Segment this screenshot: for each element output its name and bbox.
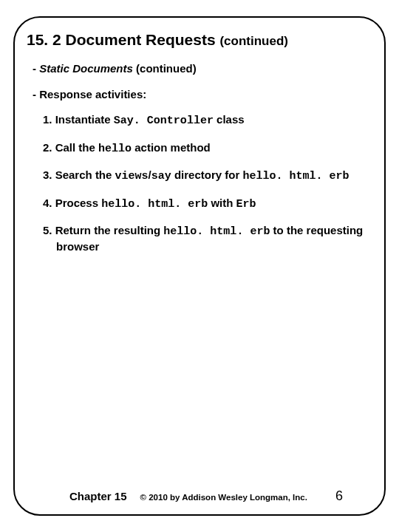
item-code: say	[151, 170, 171, 183]
item-code: hello. html. erb	[101, 198, 208, 211]
activity-list: 1. Instantiate Say. Controller class 2. …	[43, 112, 372, 265]
item-text: 4. Process	[43, 197, 101, 209]
footer-copyright: © 2010 by Addison Wesley Longman, Inc.	[140, 493, 307, 502]
item-code: hello. html. erb	[242, 170, 349, 183]
slide-footer: Chapter 15 © 2010 by Addison Wesley Long…	[27, 488, 372, 504]
subtitle-response: - Response activities:	[33, 88, 372, 100]
item-text: directory for	[171, 168, 243, 181]
item-code: views	[115, 170, 149, 183]
item-text: 1. Instantiate	[43, 113, 114, 126]
item-text: class	[214, 113, 245, 126]
sub1-italic: Static Documents	[39, 62, 133, 75]
sub1-rest: (continued)	[133, 62, 197, 75]
item-text: with	[208, 197, 236, 209]
list-item: 1. Instantiate Say. Controller class	[43, 112, 372, 129]
item-text: 3. Search the	[43, 168, 115, 181]
item-text: action method	[132, 141, 211, 154]
item-text: 5. Return the resulting	[43, 224, 163, 236]
subtitle-static-docs: - Static Documents (continued)	[33, 62, 372, 75]
list-item: 3. Search the views/say directory for he…	[43, 168, 372, 184]
item-text: 2. Call the	[43, 141, 98, 154]
item-code: hello	[98, 143, 132, 155]
list-item: 5. Return the resulting hello. html. erb…	[43, 223, 372, 253]
item-code: hello. html. erb	[163, 225, 270, 238]
list-item: 4. Process hello. html. erb with Erb	[43, 196, 372, 212]
slide-title: 15. 2 Document Requests (continued)	[27, 31, 372, 49]
footer-chapter: Chapter 15	[69, 490, 127, 502]
title-main: 15. 2 Document Requests	[27, 31, 216, 48]
slide-frame: 15. 2 Document Requests (continued) - St…	[13, 16, 386, 516]
title-continued: (continued)	[219, 34, 288, 48]
item-code: Say. Controller	[114, 115, 214, 127]
list-item: 2. Call the hello action method	[43, 140, 372, 157]
footer-page-number: 6	[335, 488, 343, 504]
sub1-dash: -	[33, 62, 39, 75]
item-code: Erb	[236, 198, 256, 211]
